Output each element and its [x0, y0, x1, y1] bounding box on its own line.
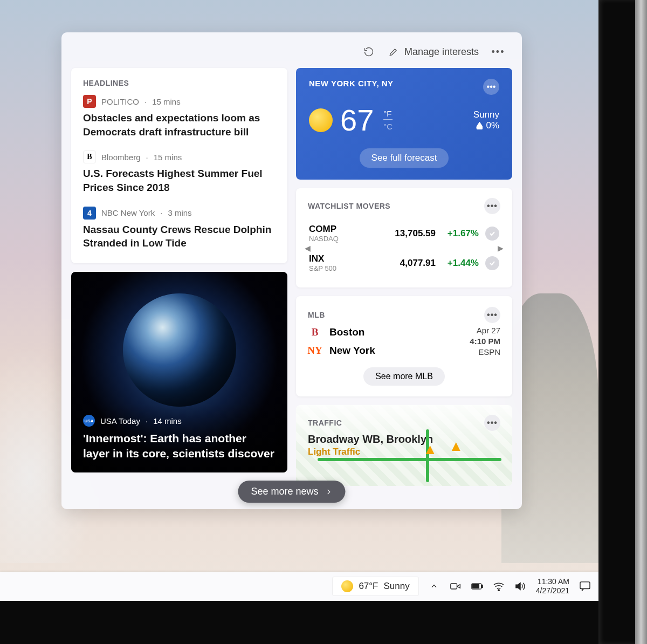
headline-time: 15 mins	[154, 153, 182, 162]
headline-source: POLITICO	[101, 97, 139, 106]
droplet-icon	[476, 122, 483, 129]
mlb-date: Apr 27	[470, 325, 500, 336]
headlines-title: HEADLINES	[83, 79, 276, 87]
traffic-title: TRAFFIC	[308, 419, 342, 427]
weather-condition: Sunny	[473, 109, 499, 120]
source-badge: B	[83, 150, 96, 163]
chevron-right-icon	[325, 488, 333, 496]
watchlist-card: WATCHLIST MOVERS ••• ◀ ▶ COMP NASDAQ 13,…	[296, 188, 512, 287]
unit-toggle[interactable]: °F °C	[383, 109, 393, 131]
taskbar: 67°F Sunny 11:30 AM 4/27/2021	[0, 572, 598, 601]
headline-time: 3 mins	[168, 208, 191, 217]
hero-news-card[interactable]: USA USA Today · 14 mins 'Innermost': Ear…	[71, 272, 287, 472]
watchlist-more-icon[interactable]: •••	[484, 198, 500, 214]
ticker-change: +1.44%	[436, 258, 479, 269]
ticker-row[interactable]: INX S&P 500 4,077.91 +1.44%	[309, 248, 499, 278]
weather-temp: 67	[340, 102, 374, 138]
mlb-time: 4:10 PM	[470, 336, 500, 347]
headline-item[interactable]: B Bloomberg · 15 mins U.S. Forecasts Hig…	[83, 150, 276, 194]
mlb-team-row[interactable]: NY New York	[308, 341, 375, 360]
road-line	[318, 458, 501, 461]
mlb-more-icon[interactable]: •••	[484, 307, 500, 323]
weather-more-icon[interactable]: •••	[483, 79, 499, 95]
ticker-value: 4,077.91	[382, 258, 436, 269]
check-icon[interactable]	[485, 227, 499, 241]
unit-c[interactable]: °C	[383, 121, 393, 131]
battery-icon[interactable]	[471, 581, 483, 592]
sun-icon	[341, 580, 353, 592]
check-icon[interactable]	[485, 256, 499, 270]
hero-overlay: USA USA Today · 14 mins 'Innermost': Ear…	[71, 404, 287, 472]
see-more-news-label: See more news	[251, 486, 318, 497]
source-badge: 4	[83, 207, 96, 220]
team-name: Boston	[329, 326, 364, 338]
mlb-team-row[interactable]: B Boston	[308, 323, 375, 341]
earth-graphic	[123, 293, 236, 407]
ticker-symbol: INX	[309, 254, 382, 264]
traffic-road: Broadway WB, Brooklyn	[308, 433, 500, 446]
weather-card[interactable]: NEW YORK CITY, NY ••• 67 °F °C Sunny	[296, 68, 512, 180]
see-more-mlb-button[interactable]: See more MLB	[363, 367, 445, 386]
flyout-header: Manage interests •••	[69, 42, 514, 68]
meet-now-icon[interactable]	[450, 581, 462, 592]
device-bezel-bottom	[0, 601, 647, 644]
manage-interests-button[interactable]: Manage interests	[388, 46, 479, 58]
headline-time: 15 mins	[152, 97, 181, 106]
traffic-more-icon[interactable]: •••	[484, 415, 500, 431]
refresh-icon[interactable]	[362, 45, 375, 58]
wifi-icon[interactable]	[493, 581, 505, 592]
sun-icon	[309, 108, 333, 132]
headline-source: NBC New York	[101, 208, 155, 217]
more-icon[interactable]: •••	[492, 45, 505, 58]
mlb-title: MLB	[308, 311, 325, 319]
svg-rect-0	[451, 584, 457, 589]
svg-rect-5	[580, 582, 590, 589]
mlb-network: ESPN	[470, 347, 500, 358]
ticker-symbol: COMP	[309, 224, 382, 235]
left-column: HEADLINES P POLITICO · 15 mins Obstacles…	[71, 68, 287, 486]
ticker-name: NASDAQ	[309, 235, 382, 243]
team-badge: B	[308, 325, 322, 339]
see-forecast-button[interactable]: See full forecast	[360, 148, 449, 168]
road-line	[426, 429, 429, 482]
traffic-card[interactable]: TRAFFIC ••• Broadway WB, Brooklyn Light …	[296, 405, 512, 486]
hero-title: 'Innermost': Earth has another layer in …	[83, 431, 276, 461]
chevron-left-icon[interactable]: ◀	[305, 244, 311, 252]
taskbar-temp: 67°F	[359, 581, 378, 592]
unit-f[interactable]: °F	[383, 109, 393, 120]
ticker-value: 13,705.59	[382, 228, 436, 239]
mlb-card: MLB ••• B Boston NY New York	[296, 296, 512, 396]
watchlist-title: WATCHLIST MOVERS	[308, 202, 390, 210]
taskbar-clock[interactable]: 11:30 AM 4/27/2021	[536, 577, 569, 596]
ticker-row[interactable]: COMP NASDAQ 13,705.59 +1.67%	[309, 218, 499, 248]
taskbar-date: 4/27/2021	[536, 586, 569, 596]
manage-interests-label: Manage interests	[404, 46, 479, 58]
headline-title: U.S. Forecasts Highest Summer Fuel Price…	[83, 167, 276, 194]
headline-item[interactable]: P POLITICO · 15 mins Obstacles and expec…	[83, 95, 276, 139]
see-more-news-button[interactable]: See more news	[238, 481, 345, 503]
taskbar-time: 11:30 AM	[536, 577, 569, 587]
taskbar-weather-button[interactable]: 67°F Sunny	[333, 577, 418, 595]
traffic-status: Light Traffic	[308, 447, 500, 457]
notifications-icon[interactable]	[579, 581, 591, 592]
source-badge: P	[83, 95, 96, 108]
taskbar-cond: Sunny	[384, 581, 410, 592]
volume-icon[interactable]	[514, 581, 526, 592]
team-name: New York	[329, 345, 375, 357]
news-interests-flyout: Manage interests ••• HEADLINES P POLITIC…	[61, 32, 522, 509]
hero-source: USA Today	[100, 416, 140, 426]
svg-rect-2	[472, 585, 479, 588]
tray-chevron-up-icon[interactable]	[428, 581, 440, 592]
device-edge	[635, 0, 647, 644]
headlines-card: HEADLINES P POLITICO · 15 mins Obstacles…	[71, 68, 287, 263]
headline-title: Obstacles and expectations loom as Democ…	[83, 111, 276, 139]
weather-location: NEW YORK CITY, NY	[309, 79, 394, 88]
chevron-right-icon[interactable]: ▶	[498, 244, 504, 252]
ticker-change: +1.67%	[436, 228, 479, 239]
headline-item[interactable]: 4 NBC New York · 3 mins Nassau County Cr…	[83, 207, 276, 250]
hero-time: 14 mins	[153, 416, 182, 426]
right-column: NEW YORK CITY, NY ••• 67 °F °C Sunny	[296, 68, 512, 486]
ticker-name: S&P 500	[309, 264, 382, 272]
headline-title: Nassau County Crews Rescue Dolphin Stran…	[83, 223, 276, 250]
source-badge: USA	[83, 415, 95, 427]
